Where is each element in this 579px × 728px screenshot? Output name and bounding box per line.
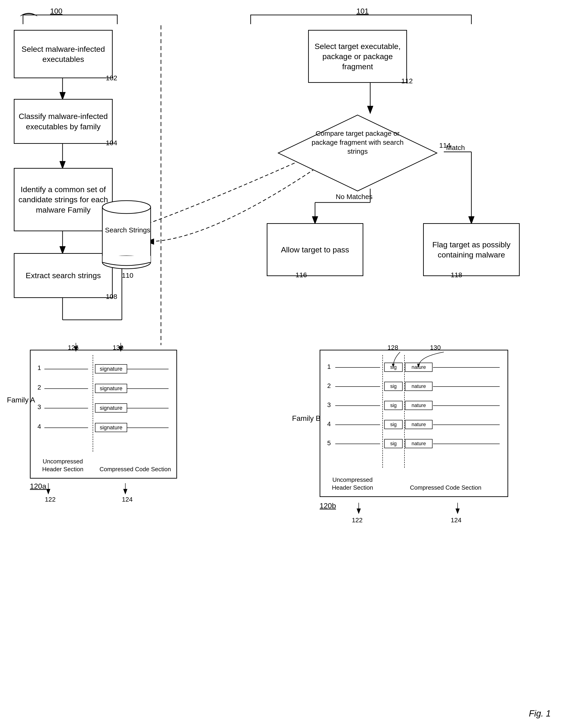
arrow-130a xyxy=(109,340,128,354)
label-no-matches: No Matches xyxy=(336,193,373,201)
db-cylinder: Search Strings xyxy=(101,198,154,272)
row-line-3a-r xyxy=(127,408,169,409)
sig-box-1b: sig xyxy=(384,363,403,372)
ref-112: 112 xyxy=(401,77,413,85)
header-section-label-a: Uncompressed Header Section xyxy=(33,458,93,473)
ref-116: 116 xyxy=(296,271,307,279)
row-line-4b-r xyxy=(433,424,500,425)
ref-104: 104 xyxy=(106,139,117,147)
nature-box-1b: nature xyxy=(405,363,433,372)
nature-box-4b: nature xyxy=(405,420,433,429)
svg-rect-19 xyxy=(103,256,150,263)
code-section-label-a: Compressed Code Section xyxy=(95,466,175,473)
row-line-5b xyxy=(335,444,380,444)
row-line-1b-r xyxy=(433,367,500,368)
box-108: Extract search strings xyxy=(14,253,113,298)
ref-120a: 120a xyxy=(30,482,46,491)
row-line-5b-r xyxy=(433,444,500,444)
family-b-label: Family B xyxy=(292,414,321,423)
nature-box-2b: nature xyxy=(405,382,433,391)
svg-rect-16 xyxy=(102,207,150,262)
fig-label: Fig. 1 xyxy=(529,709,551,719)
ref-128: 128 xyxy=(387,344,398,352)
dashed-sep-a xyxy=(93,355,93,452)
row-2a: 2 xyxy=(37,384,41,391)
dashed-sep-b1 xyxy=(382,355,383,468)
row-line-4b xyxy=(335,424,380,425)
nature-box-3b: nature xyxy=(405,401,433,410)
box-102: Select malware-infected executables xyxy=(14,30,113,78)
sig-box-4b: sig xyxy=(384,420,403,429)
box-112: Select target executable, package or pac… xyxy=(308,30,407,83)
sig-box-3b: sig xyxy=(384,401,403,410)
diagram-120b: 1 sig nature 2 sig nature 3 sig nature 4 xyxy=(320,350,508,497)
ref-110: 110 xyxy=(122,271,133,279)
box-106: Identify a common set of candidate strin… xyxy=(14,168,113,231)
box-104: Classify malware-infected executables by… xyxy=(14,99,113,144)
row-line-3b xyxy=(335,406,380,406)
header-section-label-b: Uncompressed Header Section xyxy=(323,476,382,492)
arrow-122a xyxy=(45,481,59,499)
row-line-4a xyxy=(45,427,88,428)
label-match: Match xyxy=(446,144,465,152)
row-2b: 2 xyxy=(327,382,331,390)
sig-box-5b: sig xyxy=(384,439,403,448)
sig-box-1a: signature xyxy=(95,364,127,373)
db-svg xyxy=(101,198,154,271)
row-line-2a xyxy=(45,388,88,389)
sig-box-2a: signature xyxy=(95,384,127,393)
row-line-1a-r xyxy=(127,369,169,369)
row-line-2a-r xyxy=(127,388,169,389)
ref-130-b: 130 xyxy=(430,344,441,352)
row-1a: 1 xyxy=(37,364,41,371)
diagram-120a: 1 signature 2 signature 3 signature 4 si… xyxy=(30,350,177,478)
row-4a: 4 xyxy=(37,423,41,430)
diagram-container: ⌒ 100 101 Select malware-infected execut… xyxy=(0,0,579,728)
box-118: Flag target as possibly containing malwa… xyxy=(423,223,520,276)
nature-box-5b: nature xyxy=(405,439,433,448)
row-line-1a xyxy=(45,369,88,369)
row-3b: 3 xyxy=(327,401,331,409)
box-116: Allow target to pass xyxy=(267,223,363,276)
svg-point-17 xyxy=(102,201,150,213)
family-a-label: Family A xyxy=(7,396,35,404)
row-line-3a xyxy=(45,408,88,409)
db-label: Search Strings xyxy=(105,226,150,234)
row-line-2b xyxy=(335,386,380,387)
row-line-3b-r xyxy=(433,406,500,406)
row-5b: 5 xyxy=(327,440,331,447)
bracket-101 xyxy=(248,12,474,26)
dashed-sep-b2 xyxy=(404,355,405,468)
row-line-2b-r xyxy=(433,386,500,387)
arrow-126 xyxy=(64,340,83,354)
row-1b: 1 xyxy=(327,363,331,370)
arrow-124b xyxy=(454,500,468,519)
sig-box-3a: signature xyxy=(95,404,127,413)
sig-box-4a: signature xyxy=(95,423,127,432)
diamond-114: Compare target package or package fragme… xyxy=(276,113,439,193)
ref-108: 108 xyxy=(106,293,117,301)
ref-102: 102 xyxy=(106,74,117,82)
row-line-1b xyxy=(335,367,380,368)
arrow-122b xyxy=(355,500,369,519)
arrow-124a xyxy=(122,481,136,499)
code-section-label-b: Compressed Code Section xyxy=(385,484,506,492)
ref-120b: 120b xyxy=(320,501,336,510)
row-4b: 4 xyxy=(327,420,331,428)
diamond-label: Compare target package or package fragme… xyxy=(304,129,412,156)
bracket-100 xyxy=(21,12,119,26)
ref-118: 118 xyxy=(451,271,462,279)
row-3a: 3 xyxy=(37,404,41,411)
row-line-4a-r xyxy=(127,427,169,428)
sig-box-2b: sig xyxy=(384,382,403,391)
